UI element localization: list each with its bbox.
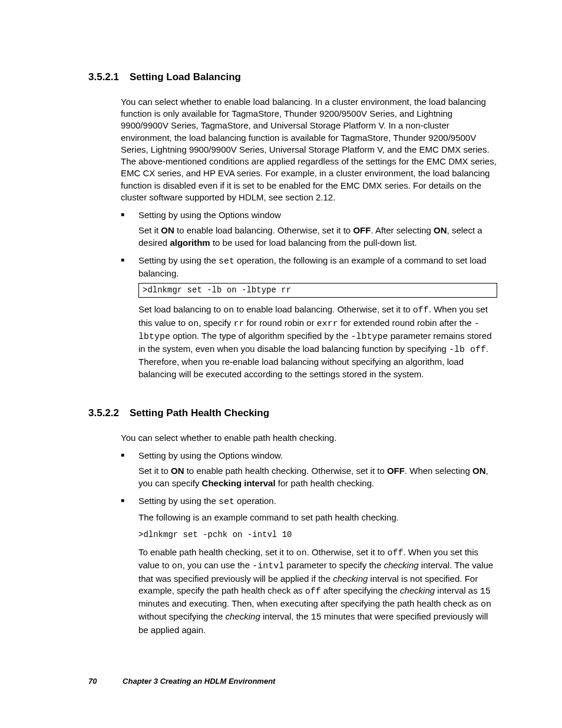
list-item: Setting by using the Options window Set … (121, 209, 497, 249)
bullet-head: Setting by using the set operation, the … (138, 255, 497, 280)
section-title: Setting Path Health Checking (130, 407, 269, 420)
page-number: 70 (88, 677, 97, 686)
list-item: Setting by using the Options window. Set… (121, 450, 497, 489)
bullet-body: Set load balancing to on to enable load … (138, 304, 497, 380)
intro-paragraph: You can select whether to enable path he… (121, 432, 497, 444)
bullet-head: Setting by using the Options window (138, 209, 497, 221)
chapter-title: Chapter 3 Creating an HDLM Environment (123, 677, 275, 686)
list-item: Setting by using the set operation. The … (121, 495, 497, 636)
section-number: 3.5.2.1 (88, 71, 130, 84)
section-heading: 3.5.2.1 Setting Load Balancing (88, 71, 497, 84)
bullet-list: Setting by using the Options window Set … (121, 209, 497, 380)
bullet-head: Setting by using the Options window. (138, 450, 497, 462)
bullet-body: To enable path health checking, set it t… (138, 546, 497, 636)
section-title: Setting Load Balancing (130, 71, 241, 84)
page: 3.5.2.1 Setting Load Balancing You can s… (0, 0, 562, 728)
section-intro: You can select whether to enable path he… (121, 432, 497, 444)
list-item: Setting by using the set operation, the … (121, 255, 497, 380)
bullet-body: Set it to ON to enable path health check… (138, 465, 497, 489)
bullet-body: Set it ON to enable load balancing. Othe… (138, 225, 497, 249)
bullet-list: Setting by using the Options window. Set… (121, 450, 497, 636)
section-heading: 3.5.2.2 Setting Path Health Checking (88, 407, 497, 420)
bullet-head: Setting by using the set operation. (138, 495, 497, 508)
page-footer: 70 Chapter 3 Creating an HDLM Environmen… (88, 676, 275, 687)
code-line: >dlnkmgr set -pchk on -intvl 10 (138, 529, 497, 541)
section-intro: You can select whether to enable load ba… (121, 96, 497, 203)
code-box: >dlnkmgr set -lb on -lbtype rr (138, 283, 497, 298)
bullet-pre-body: The following is an example command to s… (138, 512, 497, 523)
intro-paragraph: You can select whether to enable load ba… (121, 96, 497, 203)
section-number: 3.5.2.2 (88, 407, 130, 420)
